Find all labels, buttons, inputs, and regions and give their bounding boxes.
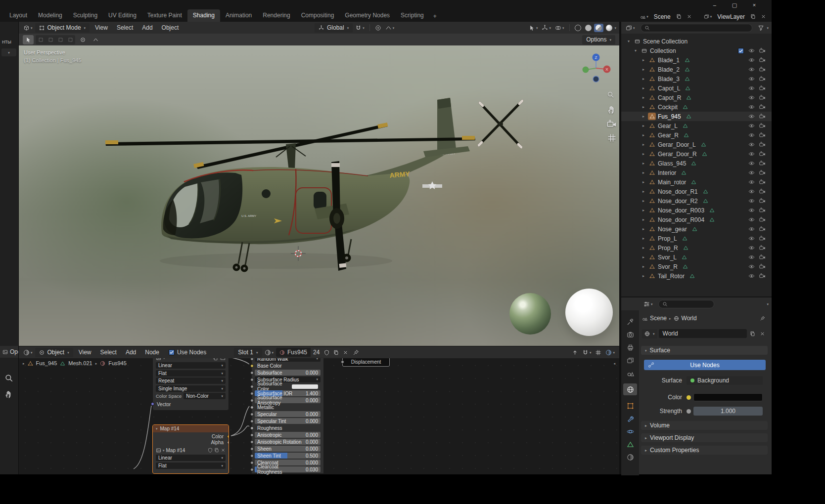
viewport-menu-item[interactable]: View <box>91 23 112 33</box>
render-camera-icon[interactable] <box>758 66 767 73</box>
pin-icon[interactable] <box>351 348 361 357</box>
color-output-socket[interactable] <box>227 435 229 438</box>
node-header[interactable]: ▾Map #14 <box>153 425 229 432</box>
input-socket[interactable] <box>250 433 254 437</box>
select-mode-subtract-icon[interactable] <box>55 35 65 44</box>
shader-menu-item[interactable]: Node <box>140 347 164 357</box>
outliner-object-row[interactable]: ▸ Svor_R <box>621 262 772 271</box>
workspace-tab[interactable]: Compositing <box>296 9 340 22</box>
collapsed-panel-header[interactable]: ▸Custom Properties <box>641 446 768 455</box>
outliner-editor-type-button[interactable]: ▾ <box>624 24 637 32</box>
outliner-object-row[interactable]: ▸ Prop_R <box>621 243 772 252</box>
hide-eye-icon[interactable] <box>747 160 756 167</box>
hide-eye-icon[interactable] <box>747 179 756 185</box>
tab-render[interactable] <box>623 329 637 340</box>
disclosure-icon[interactable]: ▸ <box>641 67 646 72</box>
render-camera-icon[interactable] <box>758 85 767 91</box>
hide-eye-icon[interactable] <box>747 273 756 279</box>
disclosure-icon[interactable]: ▸ <box>641 161 646 166</box>
select-circle-icon[interactable] <box>77 35 88 44</box>
input-socket[interactable] <box>250 406 254 409</box>
workspace-tab[interactable]: Modeling <box>33 9 68 22</box>
material-browse-button[interactable]: ▾ <box>263 348 275 357</box>
hide-eye-icon[interactable] <box>747 132 756 138</box>
principled-bsdf-node[interactable]: Random Walk ▾ Base Color ▾ <box>251 352 324 474</box>
select-mode-new-icon[interactable] <box>36 35 46 44</box>
world-name-field[interactable]: World <box>659 329 747 338</box>
disclosure-icon[interactable]: ▸ <box>641 199 646 203</box>
snap-node-icon[interactable]: ▾ <box>581 348 593 357</box>
render-camera-icon[interactable] <box>758 141 767 148</box>
tab-object-data[interactable] <box>623 438 637 450</box>
outliner-object-row[interactable]: ▸ Blade_1 <box>621 55 772 65</box>
tab-scene[interactable] <box>623 367 637 379</box>
input-socket[interactable] <box>250 385 254 388</box>
use-nodes-button[interactable]: Use Nodes <box>644 360 766 370</box>
scene-collection-row[interactable]: ▾ Scene Collection <box>621 37 772 46</box>
outliner-object-row[interactable]: ▸ Capot_L <box>621 84 772 93</box>
input-socket[interactable] <box>250 413 254 416</box>
input-socket[interactable] <box>250 420 254 423</box>
new-world-button[interactable] <box>748 330 757 337</box>
shading-options-chevron[interactable]: ▾ <box>615 26 617 30</box>
outliner-object-row[interactable]: ▸ Gear_L <box>621 121 772 130</box>
render-camera-icon[interactable] <box>758 76 767 82</box>
go-parent-node-icon[interactable] <box>570 348 580 357</box>
select-mode-extend-icon[interactable] <box>46 35 55 44</box>
node-dropdown[interactable]: Flat▾ <box>156 462 226 469</box>
input-socket[interactable] <box>250 454 254 458</box>
node-dropdown[interactable]: Single Image▾ <box>156 385 226 392</box>
shading-solid-button[interactable] <box>584 24 593 32</box>
disclosure-icon[interactable]: ▸ <box>641 114 646 119</box>
shader-type-selector[interactable]: Object▾ <box>35 348 73 357</box>
outliner-object-row[interactable]: ▸ Gerar_Door_L <box>621 140 772 149</box>
vector-socket[interactable] <box>151 402 154 406</box>
outliner-object-row[interactable]: ▸ Interior <box>621 168 772 177</box>
options-dropdown[interactable]: Options▾ <box>582 35 615 44</box>
transform-orientation-selector[interactable]: Global▾ <box>315 23 353 33</box>
filter-icon[interactable] <box>756 24 766 32</box>
material-name-field[interactable]: Fus945 <box>276 348 311 357</box>
disclosure-icon[interactable]: ▸ <box>641 86 646 90</box>
workspace-tab[interactable]: Scripting <box>395 9 429 22</box>
unlink-material-button[interactable] <box>341 348 350 357</box>
snap-toggle[interactable]: ▾ <box>354 24 366 32</box>
hide-eye-icon[interactable] <box>747 263 756 270</box>
render-camera-icon[interactable] <box>758 198 767 204</box>
input-socket[interactable] <box>250 378 254 381</box>
properties-search-input[interactable] <box>658 300 714 308</box>
outliner-object-row[interactable]: ▸ Nose_door_R2 <box>621 196 772 206</box>
unlink-world-button[interactable] <box>758 330 767 337</box>
outliner-object-row[interactable]: ▸ Blade_3 <box>621 74 772 84</box>
new-scene-button[interactable] <box>675 13 683 20</box>
select-lasso-icon[interactable] <box>90 35 101 44</box>
shading-wireframe-button[interactable] <box>573 24 583 32</box>
strength-value-field[interactable]: 1.000 <box>693 407 763 416</box>
color-space-dropdown[interactable]: Non-Color▾ <box>183 393 226 399</box>
input-socket[interactable] <box>250 461 254 464</box>
material-users-count[interactable]: 24 <box>311 348 322 357</box>
render-camera-icon[interactable] <box>758 104 767 110</box>
outliner-object-row[interactable]: ▸ Fus_945 <box>621 112 772 121</box>
workspace-tab[interactable]: Shading <box>187 9 220 22</box>
node-dropdown[interactable]: Linear▾ <box>156 455 226 461</box>
outliner-options-chevron[interactable]: ▾ <box>767 26 769 30</box>
render-camera-icon[interactable] <box>758 216 767 223</box>
editor-type-button[interactable]: ▾ <box>22 24 34 32</box>
pan-hand-icon[interactable] <box>4 390 18 400</box>
bsdf-input-row[interactable]: Roughness ▾ <box>255 425 321 431</box>
viewport-canvas[interactable]: U.S. ARMY <box>19 45 619 346</box>
outliner-object-row[interactable]: ▸ Cockpit <box>621 102 772 112</box>
render-camera-icon[interactable] <box>758 113 767 120</box>
hide-eye-icon[interactable] <box>747 47 756 54</box>
viewport-menu-item[interactable]: Select <box>112 23 138 33</box>
input-socket[interactable] <box>250 399 254 402</box>
window-close-button[interactable]: × <box>753 2 756 8</box>
hide-eye-icon[interactable] <box>747 245 756 251</box>
input-socket[interactable] <box>250 447 254 451</box>
workspace-tab[interactable]: UV Editing <box>103 9 142 22</box>
outliner-object-row[interactable]: ▸ Blade_2 <box>621 65 772 74</box>
input-socket[interactable] <box>250 440 254 444</box>
disclosure-icon[interactable]: ▸ <box>641 227 646 231</box>
hide-eye-icon[interactable] <box>747 123 756 129</box>
